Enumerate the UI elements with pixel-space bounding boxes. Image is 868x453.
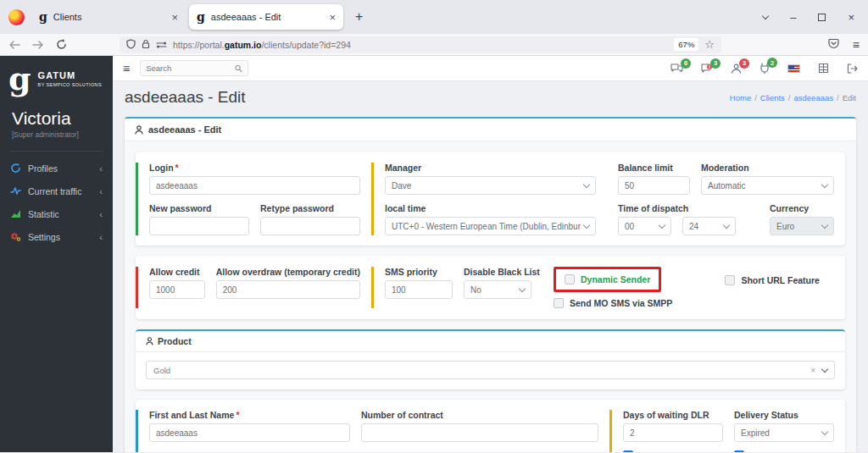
statistic-icon — [10, 208, 21, 219]
breadcrumb-current: Edit — [843, 93, 856, 102]
back-button-icon[interactable] — [8, 40, 20, 50]
logout-icon[interactable] — [847, 64, 858, 74]
brand-name: GATUM — [38, 70, 102, 80]
reload-button-icon[interactable] — [56, 39, 67, 50]
gatum-logo-icon: g — [8, 66, 31, 91]
allow-overdraw-input[interactable] — [216, 280, 360, 299]
new-password-label: New password — [149, 203, 249, 213]
new-password-input[interactable] — [149, 217, 249, 235]
short-url-checkbox[interactable] — [725, 275, 735, 285]
chevron-down-icon — [659, 221, 665, 228]
balance-limit-label: Balance limit — [618, 163, 690, 173]
can-send-api-checkbox-row[interactable]: ✓ Can Send via API — [734, 450, 834, 452]
dispatch-hour-select[interactable]: 00 — [618, 217, 671, 235]
retype-password-input[interactable] — [260, 217, 360, 235]
new-tab-button[interactable]: + — [347, 9, 371, 25]
breadcrumb-client[interactable]: asdeeaaas — [794, 93, 833, 102]
breadcrumb-home[interactable]: Home — [730, 93, 751, 102]
send-mo-sms-checkbox[interactable] — [554, 298, 564, 308]
search-input[interactable] — [146, 64, 231, 73]
first-last-name-input[interactable] — [149, 423, 350, 442]
tracking-shield-icon[interactable] — [126, 37, 136, 52]
moderation-select[interactable]: Automatic — [701, 176, 834, 195]
sidebar-toggle-icon[interactable]: ≡ — [123, 62, 130, 75]
can-send-smpp-checkbox[interactable]: ✓ — [623, 450, 633, 452]
sidebar-item-settings[interactable]: Settings ‹ — [0, 225, 113, 248]
tab-close-icon[interactable]: × — [171, 11, 178, 24]
language-flag-icon[interactable] — [787, 64, 800, 73]
days-waiting-dlr-input[interactable] — [623, 423, 723, 442]
chevron-down-icon — [821, 365, 828, 372]
sidebar-item-profiles[interactable]: Profiles ‹ — [0, 157, 113, 180]
time-of-dispatch-label: Time of dispatch — [618, 203, 736, 213]
current-traffic-icon — [10, 185, 21, 196]
moderation-icon[interactable]: 3 — [701, 64, 713, 74]
users-icon[interactable]: 3 — [731, 64, 742, 74]
gatum-favicon-icon: g — [197, 11, 205, 23]
close-window-button[interactable]: × — [848, 12, 854, 23]
sms-priority-label: SMS priority — [385, 267, 453, 277]
annotation-highlight: Dynamic Sender — [554, 267, 661, 292]
chevron-down-icon — [583, 180, 590, 187]
number-of-contract-input[interactable] — [361, 423, 598, 442]
browser-tab-bar: g Clients × g asdeeaaas - Edit × + – × — [0, 0, 868, 34]
brand-logo: g GATUM BY SEMPICO SOLUTIONS — [0, 56, 113, 97]
pocket-icon[interactable] — [828, 37, 839, 52]
disable-black-list-select[interactable]: No — [464, 280, 531, 299]
page-header: asdeeaaas - Edit Home / Clients / asdeea… — [113, 81, 868, 113]
manager-select[interactable]: Dave — [385, 176, 596, 195]
dynamic-sender-checkbox-row[interactable]: Dynamic Sender — [565, 274, 650, 285]
sidebar-item-statistic[interactable]: Statistic ‹ — [0, 202, 113, 225]
app-topbar: ≡ 6 3 3 — [113, 56, 868, 81]
login-input[interactable] — [149, 176, 360, 195]
restore-button[interactable] — [818, 14, 826, 21]
dynamic-sender-checkbox[interactable] — [565, 274, 575, 285]
short-url-checkbox-row[interactable]: Short URL Feature — [725, 275, 820, 285]
allow-overdraw-label: Allow overdraw (temporary credit) — [216, 267, 360, 277]
required-asterisk: * — [236, 410, 239, 420]
can-send-smpp-checkbox-row[interactable]: ✓ Can Send via SMPP — [623, 450, 723, 452]
clear-selection-icon[interactable]: × — [810, 366, 815, 375]
allow-credit-input[interactable] — [149, 280, 205, 299]
users-badge: 3 — [739, 58, 749, 69]
permissions-icon[interactable] — [156, 37, 167, 52]
credit-panel: Allow credit Allow overdraw (temporary c… — [136, 256, 845, 319]
currency-label: Currency — [770, 203, 834, 213]
moderation-badge: 3 — [710, 58, 721, 69]
required-asterisk: * — [178, 450, 181, 452]
chevron-down-icon — [821, 428, 828, 434]
card-header: asdeeaaas - Edit — [125, 119, 856, 141]
zoom-level-badge[interactable]: 67% — [674, 38, 698, 51]
browser-tab-clients[interactable]: g Clients × — [31, 4, 186, 30]
apps-grid-icon[interactable] — [818, 63, 829, 74]
sidebar-item-current-traffic[interactable]: Current traffic ‹ — [0, 180, 113, 202]
search-box[interactable] — [140, 60, 248, 76]
can-send-api-checkbox[interactable]: ✓ — [734, 450, 744, 452]
product-select[interactable]: Gold × — [146, 361, 835, 379]
url-bar[interactable]: https://portal.gatum.io/clients/update?i… — [120, 36, 721, 53]
search-icon — [235, 64, 242, 73]
forward-button-icon[interactable] — [32, 40, 44, 50]
breadcrumb-clients[interactable]: Clients — [760, 93, 785, 102]
lock-icon[interactable] — [142, 37, 150, 52]
retype-password-label: Retype password — [260, 203, 360, 213]
balance-limit-input[interactable] — [618, 176, 690, 195]
connections-icon[interactable]: 2 — [760, 63, 770, 74]
local-time-label: local time — [385, 203, 596, 213]
person-icon — [135, 125, 143, 135]
minimize-button[interactable]: – — [790, 12, 796, 23]
messages-icon[interactable]: 6 — [670, 64, 683, 74]
browser-navbar: https://portal.gatum.io/clients/update?i… — [0, 34, 868, 56]
dispatch-count-select[interactable]: 24 — [682, 217, 736, 235]
browser-tab-edit[interactable]: g asdeeaaas - Edit × — [189, 4, 343, 30]
tab-list-chevron-icon[interactable] — [762, 12, 769, 19]
days-waiting-dlr-label: Days of waiting DLR — [623, 410, 723, 420]
browser-menu-icon[interactable]: ≡ — [853, 38, 860, 52]
send-mo-sms-checkbox-row[interactable]: Send MO SMS via SMPP — [554, 298, 672, 308]
tab-close-icon[interactable]: × — [329, 11, 336, 24]
delivery-status-select[interactable]: Expired — [734, 423, 834, 442]
local-time-select[interactable]: UTC+0 - Western European Time (Dublin, E… — [385, 217, 596, 235]
user-name: Victoria — [0, 97, 113, 130]
bookmark-star-icon[interactable]: ☆ — [704, 38, 715, 51]
sms-priority-input[interactable] — [385, 280, 453, 299]
